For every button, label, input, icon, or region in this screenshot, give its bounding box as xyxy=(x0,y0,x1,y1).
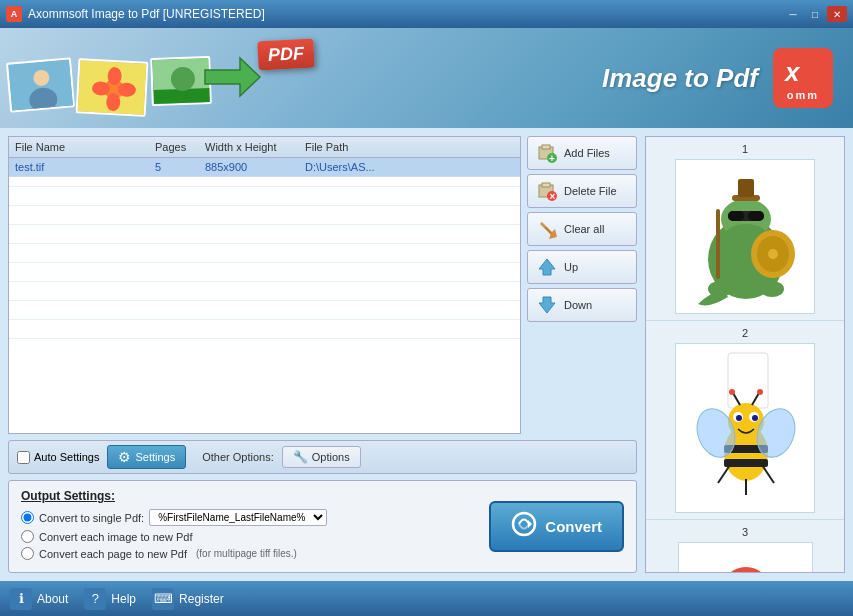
svg-point-37 xyxy=(760,281,784,297)
other-options-label: Other Options: xyxy=(202,451,274,463)
app-logo: x omm xyxy=(773,48,833,108)
svg-point-52 xyxy=(736,415,742,421)
minimize-button[interactable]: ─ xyxy=(783,6,803,22)
svg-rect-45 xyxy=(728,353,768,408)
app-icon: A xyxy=(6,6,22,22)
clear-icon xyxy=(536,218,558,240)
radio-single-pdf: Convert to single Pdf: %FirstFileName_La… xyxy=(21,509,477,526)
main-content: File Name Pages Width x Height File Path… xyxy=(0,128,853,581)
delete-file-button[interactable]: × Delete File xyxy=(527,174,637,208)
svg-marker-26 xyxy=(539,297,555,313)
svg-point-57 xyxy=(757,389,763,395)
cell-path: D:\Users\AS... xyxy=(305,161,514,173)
add-files-button[interactable]: + Add Files xyxy=(527,136,637,170)
help-icon: ? xyxy=(84,588,106,610)
header-images: PDF xyxy=(0,28,400,128)
cell-filename: test.tif xyxy=(15,161,155,173)
table-header: File Name Pages Width x Height File Path xyxy=(9,137,520,158)
col-path: File Path xyxy=(305,141,514,153)
svg-text:×: × xyxy=(550,191,556,201)
down-button[interactable]: Down xyxy=(527,288,637,322)
logo-omm: omm xyxy=(787,89,819,101)
header-area: PDF Image to Pdf x omm xyxy=(0,28,853,128)
svg-point-55 xyxy=(729,389,735,395)
down-icon xyxy=(536,294,558,316)
preview-number-1: 1 xyxy=(652,143,838,155)
file-table: File Name Pages Width x Height File Path… xyxy=(8,136,521,434)
settings-gear-icon: ⚙ xyxy=(118,449,131,465)
convert-icon xyxy=(511,511,537,542)
svg-rect-41 xyxy=(716,209,720,279)
options-button[interactable]: 🔧 Options xyxy=(282,446,361,468)
radio-note: (for multipage tiff files.) xyxy=(196,548,297,559)
table-empty-rows xyxy=(9,177,520,357)
pdf-badge: PDF xyxy=(257,39,314,71)
radio-single-pdf-input[interactable] xyxy=(21,511,34,524)
radio-each-page-input[interactable] xyxy=(21,547,34,560)
preview-item-2[interactable]: 2 xyxy=(646,321,844,520)
header-arrow xyxy=(195,50,265,108)
table-row[interactable]: test.tif 5 885x900 D:\Users\AS... xyxy=(9,158,520,177)
add-files-icon: + xyxy=(536,142,558,164)
col-dimensions: Width x Height xyxy=(205,141,305,153)
header-photo-2 xyxy=(76,58,149,117)
preview-panel[interactable]: 1 xyxy=(645,136,845,573)
svg-marker-12 xyxy=(205,58,260,96)
svg-rect-19 xyxy=(542,183,550,187)
options-wrench-icon: 🔧 xyxy=(293,450,308,464)
action-buttons-panel: + Add Files × xyxy=(527,136,637,434)
settings-bar: Auto Settings ⚙ Settings Other Options: … xyxy=(8,440,637,474)
up-button[interactable]: Up xyxy=(527,250,637,284)
about-icon: ℹ xyxy=(10,588,32,610)
window-controls: ─ □ ✕ xyxy=(783,6,847,22)
output-title: Output Settings: xyxy=(21,489,477,503)
file-section: File Name Pages Width x Height File Path… xyxy=(8,136,637,434)
help-button[interactable]: ? Help xyxy=(84,588,136,610)
delete-icon: × xyxy=(536,180,558,202)
auto-settings-checkbox[interactable] xyxy=(17,451,30,464)
logo-x: x xyxy=(783,55,823,89)
output-settings: Output Settings: Convert to single Pdf: … xyxy=(8,480,637,573)
settings-button[interactable]: ⚙ Settings xyxy=(107,445,186,469)
title-bar-text: Axommsoft Image to Pdf [UNREGISTERED] xyxy=(28,7,265,21)
register-button[interactable]: ⌨ Register xyxy=(152,588,224,610)
header-title-right: Image to Pdf x omm xyxy=(602,48,833,108)
bottom-bar: ℹ About ? Help ⌨ Register xyxy=(0,581,853,616)
auto-settings-label[interactable]: Auto Settings xyxy=(17,451,99,464)
col-filename: File Name xyxy=(15,141,155,153)
preview-item-3[interactable]: 3 xyxy=(646,520,844,573)
header-photo-1 xyxy=(6,57,75,112)
svg-text:x: x xyxy=(783,57,801,85)
svg-rect-35 xyxy=(748,211,764,221)
radio-each-image: Convert each image to new Pdf xyxy=(21,530,477,543)
svg-marker-28 xyxy=(528,520,532,528)
about-button[interactable]: ℹ About xyxy=(10,588,68,610)
up-icon xyxy=(536,256,558,278)
svg-marker-25 xyxy=(539,259,555,275)
svg-rect-43 xyxy=(738,179,754,197)
title-bar-left: A Axommsoft Image to Pdf [UNREGISTERED] xyxy=(6,6,265,22)
output-left: Output Settings: Convert to single Pdf: … xyxy=(21,489,477,564)
filename-select[interactable]: %FirstFileName_LastFileName% xyxy=(149,509,327,526)
preview-image-2 xyxy=(675,343,815,513)
svg-rect-34 xyxy=(728,211,744,221)
maximize-button[interactable]: □ xyxy=(805,6,825,22)
cell-pages: 5 xyxy=(155,161,205,173)
svg-rect-15 xyxy=(542,145,550,149)
register-icon: ⌨ xyxy=(152,588,174,610)
radio-each-image-input[interactable] xyxy=(21,530,34,543)
preview-number-3: 3 xyxy=(652,526,838,538)
table-body: test.tif 5 885x900 D:\Users\AS... xyxy=(9,158,520,357)
preview-image-3 xyxy=(678,542,813,573)
preview-number-2: 2 xyxy=(652,327,838,339)
close-button[interactable]: ✕ xyxy=(827,6,847,22)
col-pages: Pages xyxy=(155,141,205,153)
svg-point-40 xyxy=(768,249,778,259)
left-side: File Name Pages Width x Height File Path… xyxy=(8,136,637,573)
convert-button[interactable]: Convert xyxy=(489,501,624,552)
header-title: Image to Pdf xyxy=(602,63,758,94)
svg-text:+: + xyxy=(549,153,555,163)
preview-item-1[interactable]: 1 xyxy=(646,137,844,321)
radio-each-page: Convert each page to new Pdf (for multip… xyxy=(21,547,477,560)
clear-all-button[interactable]: Clear all xyxy=(527,212,637,246)
